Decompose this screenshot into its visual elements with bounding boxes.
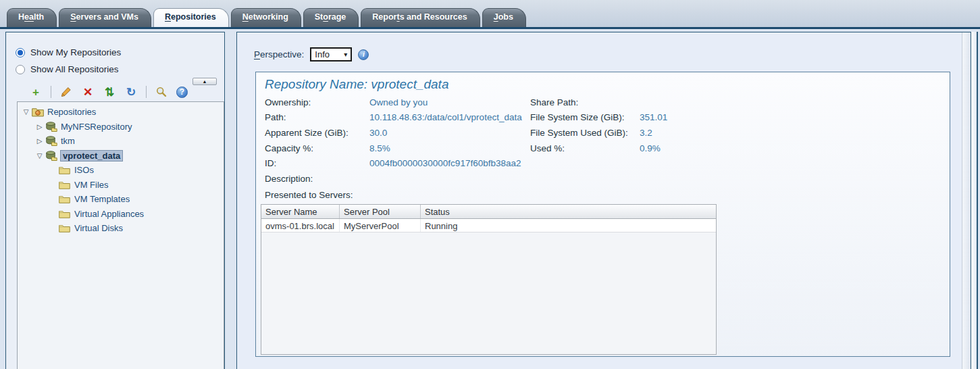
tab-label-part: obs <box>498 12 513 22</box>
tab-label-part: s and Resources <box>400 12 467 22</box>
tree-item[interactable]: ▽Repositories <box>18 105 224 120</box>
tab-label-part: o <box>323 12 328 22</box>
main-content: Show My RepositoriesShow All Repositorie… <box>0 29 980 369</box>
tree-item-label: ISOs <box>74 165 94 175</box>
tree-item[interactable]: ▷MyNFSRepository <box>18 120 224 134</box>
field-value: 0004fb0000030000fc917f60bfb38aa2 <box>369 158 521 168</box>
fields-column-right: Share Path:File System Size (GiB):351.01… <box>530 95 667 187</box>
field-label: File System Used (GiB): <box>530 128 640 138</box>
table-cell: MyServerPool <box>340 219 421 232</box>
field-row: Ownership:Owned by you <box>265 95 530 110</box>
perspective-label-underline: P <box>254 49 260 59</box>
tab-repositories[interactable]: Repositories <box>153 8 229 27</box>
table-column-header[interactable]: Server Pool <box>340 205 421 218</box>
tab-label-part: H <box>18 12 24 22</box>
tab-label-part: St <box>315 12 324 22</box>
radio-button[interactable] <box>16 48 25 57</box>
tab-label-part: Repor <box>372 12 396 22</box>
collapse-panel-button[interactable]: ▲ <box>192 78 217 85</box>
radio-label: Show All Repositories <box>30 64 119 74</box>
vertical-scrollbar[interactable] <box>962 32 971 369</box>
delete-icon[interactable]: ✕ <box>81 85 95 99</box>
repo-filter-radios: Show My RepositoriesShow All Repositorie… <box>16 44 121 78</box>
tree-item-label: Virtual Disks <box>74 223 123 233</box>
tab-bar-divider <box>0 27 980 29</box>
tab-label-part: rage <box>328 12 346 22</box>
perspective-row: Perspective: Info ▾ i <box>254 47 369 62</box>
tree-item[interactable]: ▽vprotect_data <box>18 149 224 164</box>
tab-label-part: ervers and VMs <box>76 12 138 22</box>
radio-show-my-repositories[interactable]: Show My Repositories <box>16 44 121 61</box>
field-row: File System Used (GiB):3.2 <box>530 125 667 141</box>
field-value: 10.118.48.63:/data/col1/vprotect_data <box>369 112 522 122</box>
field-row: Apparent Size (GiB):30.0 <box>265 125 530 141</box>
radio-button[interactable] <box>16 65 25 74</box>
tree-item-label: MyNFSRepository <box>61 122 132 132</box>
field-label: Used %: <box>530 143 640 153</box>
edit-icon[interactable] <box>59 85 73 99</box>
field-value: 8.5% <box>369 143 390 153</box>
tree-item[interactable]: Virtual Appliances <box>18 207 224 222</box>
table-column-header[interactable]: Server Name <box>261 205 340 218</box>
tab-label-part: N <box>242 12 249 22</box>
tab-label-part: lth <box>34 12 44 22</box>
search-icon[interactable] <box>155 85 168 99</box>
repo-tree: ▽Repositories▷MyNFSRepository▷tkm▽vprote… <box>17 101 224 369</box>
info-icon[interactable]: i <box>358 49 369 60</box>
tree-item[interactable]: VM Files <box>18 178 224 193</box>
tree-toolbar: +✕⇅↻? <box>29 84 188 100</box>
tree-item-label: tkm <box>61 136 75 146</box>
tree-item[interactable]: ISOs <box>18 163 224 178</box>
perspective-select[interactable]: Info ▾ <box>310 47 352 62</box>
radio-show-all-repositories[interactable]: Show All Repositories <box>16 61 121 78</box>
repository-fields: Ownership:Owned by youPath:10.118.48.63:… <box>265 95 667 187</box>
tab-health[interactable]: Health <box>7 8 57 27</box>
field-row: Share Path: <box>530 95 667 110</box>
repository-icon <box>45 122 59 132</box>
tab-label-part: epositories <box>171 12 216 22</box>
tree-item[interactable]: VM Templates <box>18 192 224 207</box>
field-label: Ownership: <box>265 97 369 107</box>
field-value: 30.0 <box>369 128 387 138</box>
tree-expander-icon[interactable]: ▷ <box>34 123 45 130</box>
refresh-icon[interactable]: ⇅ <box>103 85 116 99</box>
field-row: Path:10.118.48.63:/data/col1/vprotect_da… <box>265 110 530 126</box>
field-label: Share Path: <box>530 97 640 107</box>
presented-to-servers-caption: Presented to Servers: <box>265 190 353 200</box>
folder-icon <box>59 180 72 189</box>
radio-dot <box>18 50 23 55</box>
field-row: Description: <box>265 171 530 187</box>
add-icon[interactable]: + <box>29 85 43 99</box>
repository-name-header: Repository Name: vprotect_data <box>265 77 448 92</box>
field-label: ID: <box>265 158 369 168</box>
repositories-navigation-panel: Show My RepositoriesShow All Repositorie… <box>5 32 225 369</box>
tree-item-label: VM Templates <box>74 194 130 204</box>
tree-item[interactable]: Virtual Disks <box>18 221 224 236</box>
tree-expander-icon[interactable]: ▷ <box>34 137 45 145</box>
table-cell: ovms-01.brs.local <box>261 219 340 232</box>
help-icon[interactable]: ? <box>176 87 188 98</box>
tab-reports-and-resources[interactable]: Reports and Resources <box>361 8 480 27</box>
tree-expander-icon[interactable]: ▽ <box>20 108 32 116</box>
perspective-selected-value: Info <box>315 49 330 59</box>
tab-label-part: J <box>494 12 498 22</box>
refresh-all-icon[interactable]: ↻ <box>124 85 138 99</box>
toolbar-separator <box>146 86 147 98</box>
tree-item-label: Virtual Appliances <box>74 209 144 219</box>
window-edge-border <box>977 32 978 369</box>
tab-jobs[interactable]: Jobs <box>482 8 526 27</box>
toolbar-separator <box>51 86 51 98</box>
perspective-label: Perspective: <box>254 49 304 59</box>
tree-item[interactable]: ▷tkm <box>18 134 224 149</box>
table-column-header[interactable]: Status <box>421 205 716 218</box>
repositories-root-icon <box>32 107 45 117</box>
table-row[interactable]: ovms-01.brs.localMyServerPoolRunning <box>261 219 716 232</box>
tab-networking[interactable]: Networking <box>231 8 301 27</box>
tree-expander-icon[interactable]: ▽ <box>34 152 45 159</box>
tree-item-label: vprotect_data <box>61 151 122 161</box>
field-row: File System Size (GiB):351.01 <box>530 110 667 126</box>
tab-storage[interactable]: Storage <box>303 8 359 27</box>
tab-label-part: etworking <box>249 12 288 22</box>
folder-icon <box>59 195 72 203</box>
tab-servers-and-vms[interactable]: Servers and VMs <box>59 8 151 27</box>
